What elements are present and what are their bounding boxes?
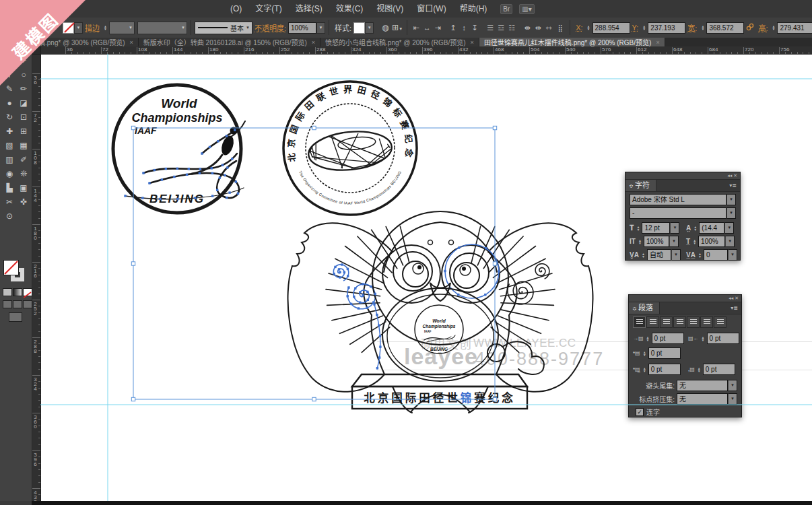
width-tool-icon[interactable]: ✚ xyxy=(3,125,16,138)
leading-dropdown-icon[interactable]: ▼ xyxy=(724,222,734,234)
screen-mode-button[interactable] xyxy=(9,312,22,322)
hand-tool-icon[interactable]: ✜ xyxy=(17,196,30,209)
width-stepper[interactable]: ▲▼ xyxy=(700,25,706,30)
slice-tool-icon[interactable]: ✂ xyxy=(3,196,16,209)
align-top-icon[interactable]: ↥ xyxy=(448,22,459,34)
stroke-weight-dropdown[interactable]: ▼ xyxy=(109,22,135,34)
blend-tool-icon[interactable]: ◉ xyxy=(3,168,16,180)
none-button[interactable] xyxy=(23,288,32,296)
free-transform-tool-icon[interactable]: ⊡ xyxy=(17,111,30,124)
menu-t[interactable]: 文字(T) xyxy=(248,0,288,18)
kerning-stepper[interactable]: ▲▼ xyxy=(640,252,646,258)
column-graph-tool-icon[interactable]: ▙ xyxy=(3,182,16,195)
tab-close-icon[interactable]: × xyxy=(312,39,315,46)
collapse-panel-icon[interactable]: ◂◂ xyxy=(727,173,733,178)
menu-v[interactable]: 视图(V) xyxy=(370,0,410,18)
indent-left-field[interactable]: 0 pt xyxy=(652,333,684,344)
tab-close-icon[interactable]: × xyxy=(471,39,474,46)
close-panel-icon[interactable]: ✕ xyxy=(733,173,737,178)
paragraph-align-button-3[interactable] xyxy=(673,316,686,328)
font-style-field[interactable]: - xyxy=(630,207,726,219)
eyedropper-tool-icon[interactable]: ✐ xyxy=(17,154,30,166)
align-bottom-icon[interactable]: ↧ xyxy=(469,22,480,34)
mojikumi-dropdown-icon[interactable]: ▼ xyxy=(728,393,737,405)
menu-h[interactable]: 帮助(H) xyxy=(453,0,494,18)
opacity-value[interactable]: 100% xyxy=(288,22,316,34)
indent-left-stepper[interactable]: ▲▼ xyxy=(645,336,651,341)
align-hcenter-icon[interactable]: ↔ xyxy=(421,22,432,34)
x-value-field[interactable]: 288.954 xyxy=(593,22,630,34)
leading-field[interactable]: (14.4 xyxy=(699,222,724,234)
pencil-tool-icon[interactable]: ✏ xyxy=(17,83,30,96)
vertical-scale-stepper[interactable]: ▲▼ xyxy=(637,239,643,244)
paragraph-align-button-6[interactable] xyxy=(714,316,726,328)
opacity-dropdown-icon[interactable]: ▼ xyxy=(316,22,325,34)
fill-proxy-swatch[interactable] xyxy=(3,260,19,275)
tracking-stepper[interactable]: ▲▼ xyxy=(697,252,703,258)
width-value-field[interactable]: 368.572 xyxy=(706,22,744,34)
leading-stepper[interactable]: ▲▼ xyxy=(692,226,698,231)
draw-normal-button[interactable] xyxy=(3,300,12,308)
preferences-grid-icon[interactable]: ⊞▼ xyxy=(391,23,403,32)
paragraph-align-button-0[interactable] xyxy=(633,316,646,328)
tracking-field[interactable]: 0 xyxy=(704,249,728,261)
document-tab[interactable]: 愤怒的小鸟组合线稿.png* @ 200% (RGB/预览)× xyxy=(320,38,479,46)
kerning-dropdown-icon[interactable]: ▼ xyxy=(671,249,681,261)
panel-menu-icon[interactable]: ▾≣ xyxy=(731,305,738,311)
space-before-stepper[interactable]: ▲▼ xyxy=(642,367,648,372)
first-line-indent-stepper[interactable]: ▲▼ xyxy=(642,351,648,356)
tab-close-icon[interactable]: × xyxy=(130,39,133,46)
horizontal-scale-stepper[interactable]: ▲▼ xyxy=(691,239,698,244)
opacity-label[interactable]: 不透明度: xyxy=(255,22,286,33)
font-style-dropdown-icon[interactable]: ▼ xyxy=(726,207,736,219)
distribute-vcenter-icon[interactable]: ☲ xyxy=(496,22,506,34)
height-value-field[interactable]: 279.431 xyxy=(777,22,812,34)
indent-right-field[interactable]: 0 pt xyxy=(707,333,739,344)
rotate-tool-icon[interactable]: ↻ xyxy=(3,111,16,124)
menu-s[interactable]: 选择(S) xyxy=(289,0,329,18)
collapse-panel-icon[interactable]: ◂◂ xyxy=(729,296,735,300)
shape-builder-tool-icon[interactable]: ⊞ xyxy=(17,125,30,138)
vertical-scale-field[interactable]: 100% xyxy=(644,236,669,247)
horizontal-scale-field[interactable]: 100% xyxy=(698,236,725,247)
height-stepper[interactable]: ▲▼ xyxy=(770,25,776,30)
horizontal-scale-dropdown-icon[interactable]: ▼ xyxy=(725,236,735,247)
mesh-tool-icon[interactable]: ▦ xyxy=(17,139,30,152)
tracking-dropdown-icon[interactable]: ▼ xyxy=(728,249,737,261)
distribute-bottom-icon[interactable]: ☷ xyxy=(506,22,517,34)
font-family-dropdown-icon[interactable]: ▼ xyxy=(726,194,736,205)
gradient-tool-icon[interactable]: ▥ xyxy=(3,154,16,166)
brush-definition-dropdown[interactable]: 基本▼ xyxy=(195,22,252,34)
align-right-icon[interactable]: ⇥ xyxy=(432,22,443,34)
y-value-field[interactable]: 237.193 xyxy=(648,22,685,34)
paragraph-align-button-2[interactable] xyxy=(660,316,673,328)
paragraph-align-button-4[interactable] xyxy=(687,316,700,328)
space-before-field[interactable]: 0 pt xyxy=(648,364,681,375)
link-dimensions-icon[interactable] xyxy=(746,23,754,32)
align-left-icon[interactable]: ⇤ xyxy=(411,22,421,34)
symbol-sprayer-tool-icon[interactable]: ❊ xyxy=(17,168,30,180)
gradient-button[interactable] xyxy=(13,288,22,296)
document-tab[interactable]: 田径世锦赛燕儿红木摆件线稿.png* @ 200% (RGB/预览)× xyxy=(479,38,665,46)
vertical-ruler[interactable]: 3672108144180216252288324360396432 xyxy=(32,54,41,501)
font-size-stepper[interactable]: ▲▼ xyxy=(635,226,641,231)
distribute-hcenter-icon[interactable]: ⇹ xyxy=(533,22,543,34)
first-line-indent-field[interactable]: 0 pt xyxy=(648,347,681,359)
space-after-stepper[interactable]: ▲▼ xyxy=(696,367,702,372)
draw-behind-button[interactable] xyxy=(13,300,22,308)
panel-menu-icon[interactable]: ▾≣ xyxy=(729,182,737,189)
distribute-left-icon[interactable]: ⇼ xyxy=(522,22,533,34)
mojikumi-dropdown[interactable]: 无 xyxy=(677,393,728,405)
bridge-icon[interactable]: Br xyxy=(500,4,512,14)
y-stepper[interactable]: ▲▼ xyxy=(641,25,647,30)
fill-swatch[interactable] xyxy=(63,22,74,34)
font-size-dropdown-icon[interactable]: ▼ xyxy=(670,222,679,234)
kinsoku-dropdown[interactable]: 无 xyxy=(677,380,728,391)
workspace-switcher-icon[interactable]: ▥▾ xyxy=(519,4,534,14)
zoom-tool-icon[interactable]: ⊙ xyxy=(3,210,16,223)
eraser-tool-icon[interactable]: ◪ xyxy=(17,97,30,110)
style-swatch[interactable] xyxy=(353,22,365,34)
perspective-grid-tool-icon[interactable]: ▧ xyxy=(3,139,16,152)
artboard-tool-icon[interactable]: ▣ xyxy=(17,182,30,195)
blob-brush-tool-icon[interactable]: ● xyxy=(3,97,16,110)
